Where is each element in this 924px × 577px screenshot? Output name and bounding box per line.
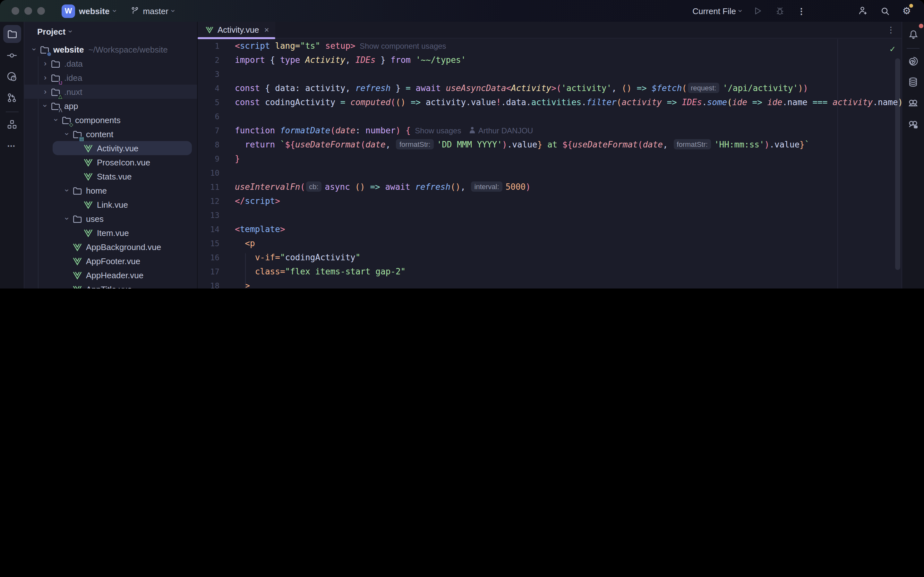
code-line-13[interactable]: 13 — [198, 208, 901, 222]
add-user-button[interactable] — [857, 5, 869, 17]
commit-tool-button[interactable] — [3, 46, 21, 64]
code-line-15[interactable]: 15 <p — [198, 237, 901, 251]
tree-row-website[interactable]: ›⊕website~/Workspace/website — [24, 42, 197, 56]
editor-scrollbar[interactable] — [895, 58, 900, 270]
swirl-icon[interactable] — [904, 52, 922, 70]
more-icon[interactable]: ⋯ — [3, 137, 21, 155]
tree-row-components[interactable]: ›◇components — [24, 113, 197, 127]
ai-chat-icon[interactable]: ? — [3, 67, 21, 85]
code-token: } — [375, 55, 391, 65]
code-line-18[interactable]: 18 > — [198, 279, 901, 288]
close-window-icon[interactable] — [11, 7, 19, 15]
code-line-9[interactable]: 9} — [198, 152, 901, 166]
chevron-open-icon[interactable]: › — [63, 129, 71, 139]
chevron-open-icon[interactable]: › — [30, 45, 39, 54]
chevron-open-icon[interactable]: › — [41, 101, 50, 111]
tree-row-item-vue[interactable]: Item.vue — [24, 226, 197, 240]
tree-row-appfooter-vue[interactable]: AppFooter.vue — [24, 254, 197, 268]
code-token — [762, 97, 767, 107]
code-line-12[interactable]: 12</script> — [198, 194, 901, 208]
code-line-16[interactable]: 16 v-if="codingActivity" — [198, 251, 901, 265]
chevron-open-icon[interactable]: › — [52, 115, 61, 125]
tree-row-appheader-vue[interactable]: AppHeader.vue — [24, 268, 197, 282]
code-token: computed — [351, 97, 391, 107]
code-line-17[interactable]: 17 class="flex items-start gap-2" — [198, 265, 901, 279]
project-panel: Project › ›⊕website~/Workspace/website›.… — [24, 22, 197, 288]
ai-assistant-icon[interactable] — [904, 94, 922, 112]
run-button[interactable] — [752, 5, 764, 17]
more-vertical-icon[interactable]: ⋮ — [887, 25, 895, 35]
editor-tab-bar: Activity.vue × ⋮ — [198, 22, 901, 39]
tree-row-apptitle-vue[interactable]: AppTitle.vue — [24, 282, 197, 288]
tree-item-label: .data — [64, 59, 83, 68]
chevron-closed-icon[interactable]: › — [40, 73, 50, 82]
code-line-7[interactable]: 7function formatDate(date: number) { Sho… — [198, 124, 901, 138]
chevron-closed-icon[interactable]: › — [40, 87, 50, 96]
branch-widget[interactable]: master › — [130, 6, 174, 16]
tree-item-label: uses — [86, 214, 103, 223]
code-token — [235, 140, 245, 149]
chevron-open-icon[interactable]: › — [63, 185, 71, 195]
code-token — [410, 182, 415, 192]
database-icon[interactable] — [904, 73, 922, 91]
code-token: = — [405, 83, 411, 93]
chevron-open-icon[interactable]: › — [63, 214, 71, 223]
code-token: v-if= — [255, 253, 280, 262]
tree-row-uses[interactable]: ›uses — [24, 211, 197, 226]
run-config-selector[interactable]: Current File › — [692, 6, 742, 16]
inlay-hint: request: — [688, 83, 720, 93]
tree-row-home[interactable]: ›home — [24, 183, 197, 197]
code-token: script — [240, 41, 270, 51]
inspections-ok-icon[interactable]: ✓ — [890, 42, 895, 56]
tree-row-activity-vue[interactable]: Activity.vue — [24, 141, 197, 155]
pull-requests-icon[interactable] — [3, 89, 21, 106]
tree-row-app[interactable]: ›Λapp — [24, 99, 197, 113]
tree-row-appbackground-vue[interactable]: AppBackground.vue — [24, 240, 197, 254]
structure-icon[interactable] — [3, 115, 21, 133]
tree-row-content[interactable]: ›▤content — [24, 127, 197, 141]
close-icon[interactable]: × — [264, 25, 269, 35]
debug-button[interactable] — [774, 5, 785, 17]
code-line-6[interactable]: 6 — [198, 110, 901, 124]
settings-gear-icon[interactable]: ⚙ — [901, 5, 913, 17]
code-line-3[interactable]: 3 — [198, 67, 901, 81]
code-line-11[interactable]: 11useIntervalFn(cb:async () => await ref… — [198, 180, 901, 194]
code-token: ) — [798, 83, 803, 93]
run-config-label: Current File — [692, 6, 736, 16]
vue-icon — [83, 157, 94, 167]
project-widget[interactable]: W website › — [61, 4, 116, 18]
tab-activity-vue[interactable]: Activity.vue × — [198, 21, 276, 38]
code-line-10[interactable]: 10 — [198, 166, 901, 180]
line-number: 10 — [198, 166, 220, 180]
code-token — [275, 140, 280, 149]
code-token: .name — [782, 97, 813, 107]
project-panel-header[interactable]: Project › — [24, 22, 197, 41]
code-line-8[interactable]: 8 return `${useDateFormat(date, formatSt… — [198, 138, 901, 152]
tree-row-stats-vue[interactable]: Stats.vue — [24, 169, 197, 183]
tree-row--idea[interactable]: ›IJ.idea — [24, 71, 197, 85]
tree-row--data[interactable]: ›.data — [24, 56, 197, 71]
tree-item-label: components — [75, 115, 121, 125]
code-line-2[interactable]: 2import { type Activity, IDEs } from '~~… — [198, 53, 901, 67]
code-area[interactable]: ✓ 1<script lang="ts" setup> Show compone… — [198, 39, 901, 288]
ai-chat-bubble-icon[interactable] — [904, 115, 922, 133]
tree-row-link-vue[interactable]: Link.vue — [24, 197, 197, 211]
code-line-5[interactable]: 5const codingActivity = computed(() => a… — [198, 95, 901, 110]
notifications-bell-icon[interactable] — [904, 25, 922, 43]
window-controls[interactable] — [11, 7, 45, 15]
more-vertical-icon[interactable]: ⋮ — [796, 5, 807, 17]
code-line-1[interactable]: 1<script lang="ts" setup> Show component… — [198, 39, 901, 53]
code-token — [365, 182, 370, 192]
chevron-closed-icon[interactable]: › — [40, 59, 50, 68]
code-token: import — [235, 55, 265, 65]
zoom-window-icon[interactable] — [37, 7, 45, 15]
code-token: ( — [300, 182, 305, 192]
code-token — [270, 41, 275, 51]
search-icon[interactable] — [879, 5, 891, 17]
project-tool-button[interactable] — [3, 25, 21, 43]
code-line-14[interactable]: 14<template> — [198, 222, 901, 237]
tree-row-proseicon-vue[interactable]: ProseIcon.vue — [24, 155, 197, 169]
tree-row--nuxt[interactable]: ›△.nuxt — [24, 85, 197, 99]
code-line-4[interactable]: 4const { data: activity, refresh } = awa… — [198, 81, 901, 95]
minimize-window-icon[interactable] — [24, 7, 32, 15]
